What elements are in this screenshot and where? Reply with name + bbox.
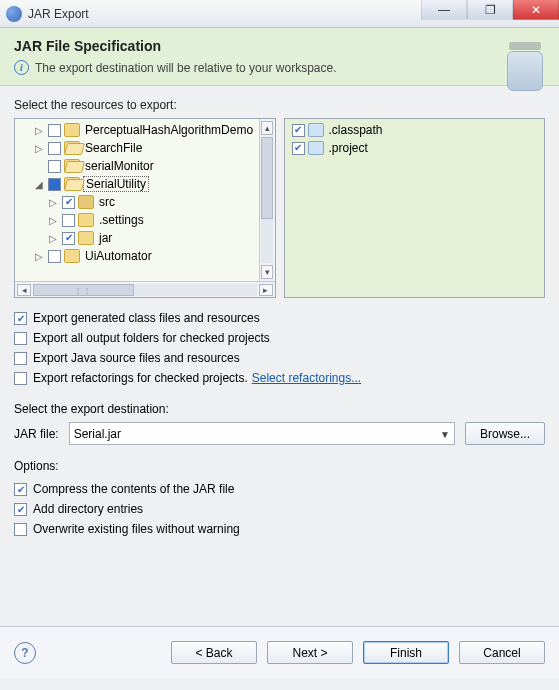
folder-open-icon — [64, 177, 80, 191]
checkbox[interactable] — [14, 483, 27, 496]
folder-open-icon — [64, 141, 80, 155]
checkbox[interactable] — [14, 332, 27, 345]
jar-file-combo[interactable]: Serial.jar ▼ — [69, 422, 455, 445]
cancel-button[interactable]: Cancel — [459, 641, 545, 664]
window-buttons: — ❐ ✕ — [421, 0, 559, 20]
horizontal-scrollbar[interactable]: ◂ ⋮⋮ ▸ — [15, 281, 275, 297]
resources-label: Select the resources to export: — [14, 98, 545, 112]
tree-item-label: .project — [327, 141, 370, 155]
option-label: Export refactorings for checked projects… — [33, 371, 248, 385]
next-button[interactable]: Next > — [267, 641, 353, 664]
checkbox[interactable] — [14, 503, 27, 516]
tree-item[interactable]: serialMonitor — [33, 157, 257, 175]
dialog-content: Select the resources to export: ▷Percept… — [0, 86, 559, 626]
resources-tree-left[interactable]: ▷PerceptualHashAlgorithmDemo▷SearchFiles… — [14, 118, 276, 298]
folder-icon — [78, 213, 94, 227]
expander-icon[interactable]: ▷ — [33, 125, 45, 136]
vertical-scrollbar[interactable]: ▴ ▾ — [259, 119, 275, 281]
help-button[interactable]: ? — [14, 642, 36, 664]
minimize-button[interactable]: — — [421, 0, 467, 20]
option-row: Export refactorings for checked projects… — [14, 368, 545, 388]
tree-item-label: src — [97, 195, 117, 209]
expander-icon[interactable]: ▷ — [47, 197, 59, 208]
checkbox[interactable] — [292, 142, 305, 155]
tree-item[interactable]: ◢SerialUtility — [33, 175, 257, 193]
tree-item[interactable]: ▷UiAutomator — [33, 247, 257, 265]
xfile-icon — [308, 141, 324, 155]
checkbox[interactable] — [14, 312, 27, 325]
option-label: Add directory entries — [33, 502, 143, 516]
checkbox[interactable] — [14, 372, 27, 385]
folder-icon — [64, 249, 80, 263]
option-label: Export all output folders for checked pr… — [33, 331, 270, 345]
scroll-right-icon[interactable]: ▸ — [259, 284, 273, 296]
checkbox[interactable] — [14, 523, 27, 536]
destination-label: Select the export destination: — [14, 402, 545, 416]
tree-item-label: SerialUtility — [83, 176, 149, 192]
tree-item[interactable]: .classpath — [289, 121, 543, 139]
pkg-icon — [78, 195, 94, 209]
option-row: Export generated class files and resourc… — [14, 308, 545, 328]
tree-item[interactable]: ▷SearchFile — [33, 139, 257, 157]
checkbox[interactable] — [48, 124, 61, 137]
checkbox[interactable] — [14, 352, 27, 365]
option-row: Export all output folders for checked pr… — [14, 328, 545, 348]
tree-item-label: .settings — [97, 213, 146, 227]
tree-item-label: .classpath — [327, 123, 385, 137]
option-row: Export Java source files and resources — [14, 348, 545, 368]
maximize-button[interactable]: ❐ — [467, 0, 513, 20]
option-label: Compress the contents of the JAR file — [33, 482, 234, 496]
dialog-footer: ? < Back Next > Finish Cancel — [0, 626, 559, 678]
checkbox[interactable] — [48, 250, 61, 263]
jar-icon — [505, 42, 545, 92]
resources-tree-right[interactable]: .classpath.project — [284, 118, 546, 298]
expander-icon[interactable]: ▷ — [47, 233, 59, 244]
jar-file-label: JAR file: — [14, 427, 59, 441]
tree-item[interactable]: .project — [289, 139, 543, 157]
expander-icon[interactable]: ▷ — [33, 251, 45, 262]
checkbox[interactable] — [62, 196, 75, 209]
scroll-down-icon[interactable]: ▾ — [261, 265, 273, 279]
tree-item[interactable]: ▷.settings — [47, 211, 257, 229]
folder-x-icon — [64, 159, 80, 173]
scroll-left-icon[interactable]: ◂ — [17, 284, 31, 296]
window-title: JAR Export — [28, 7, 89, 21]
jar-file-value: Serial.jar — [74, 427, 121, 441]
checkbox[interactable] — [48, 160, 61, 173]
page-title: JAR File Specification — [14, 38, 459, 54]
finish-button[interactable]: Finish — [363, 641, 449, 664]
xfile-icon — [308, 123, 324, 137]
folder-icon — [78, 231, 94, 245]
info-icon: i — [14, 60, 29, 75]
checkbox[interactable] — [292, 124, 305, 137]
select-refactorings-link[interactable]: Select refactorings... — [252, 371, 361, 385]
option-row: Add directory entries — [14, 499, 545, 519]
expander-icon[interactable]: ◢ — [33, 179, 45, 190]
checkbox[interactable] — [62, 214, 75, 227]
checkbox[interactable] — [48, 178, 61, 191]
tree-item-label: serialMonitor — [83, 159, 156, 173]
page-subtitle: The export destination will be relative … — [35, 61, 336, 75]
scroll-up-icon[interactable]: ▴ — [261, 121, 273, 135]
tree-item-label: PerceptualHashAlgorithmDemo — [83, 123, 255, 137]
tree-item-label: jar — [97, 231, 114, 245]
chevron-down-icon[interactable]: ▼ — [440, 428, 450, 439]
expander-icon[interactable]: ▷ — [33, 143, 45, 154]
back-button[interactable]: < Back — [171, 641, 257, 664]
browse-button[interactable]: Browse... — [465, 422, 545, 445]
checkbox[interactable] — [48, 142, 61, 155]
tree-item[interactable]: ▷src — [47, 193, 257, 211]
option-label: Export generated class files and resourc… — [33, 311, 260, 325]
folder-icon — [64, 123, 80, 137]
option-row: Compress the contents of the JAR file — [14, 479, 545, 499]
tree-item-label: UiAutomator — [83, 249, 154, 263]
tree-item[interactable]: ▷jar — [47, 229, 257, 247]
options-label: Options: — [14, 459, 545, 473]
expander-icon[interactable]: ▷ — [47, 215, 59, 226]
dialog-header: JAR File Specification i The export dest… — [0, 28, 559, 86]
title-bar: JAR Export — ❐ ✕ — [0, 0, 559, 28]
tree-item[interactable]: ▷PerceptualHashAlgorithmDemo — [33, 121, 257, 139]
checkbox[interactable] — [62, 232, 75, 245]
app-icon — [6, 6, 22, 22]
close-button[interactable]: ✕ — [513, 0, 559, 20]
